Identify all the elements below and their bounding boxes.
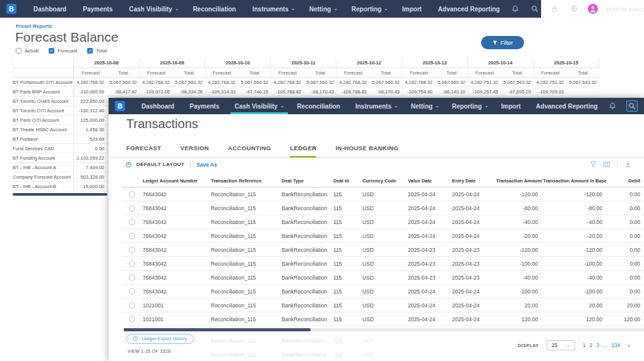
app-logo[interactable]: B bbox=[115, 101, 125, 111]
tab[interactable]: ACCOUNTING bbox=[228, 141, 271, 158]
bell-icon[interactable] bbox=[607, 100, 618, 112]
cell-entry-date: 2025-04-24 bbox=[452, 205, 496, 211]
cell-ledger-account: 1021001 bbox=[143, 316, 211, 323]
columns-icon[interactable] bbox=[603, 161, 610, 168]
tab[interactable]: IN-HOUSE BANKING bbox=[335, 141, 398, 158]
nav-menu-item[interactable]: Instruments ⌄ bbox=[246, 0, 302, 18]
table-row[interactable]: 76843042 Reconciliation_115 BankReconcil… bbox=[121, 243, 644, 257]
row-radio-button[interactable] bbox=[129, 261, 135, 267]
column-header[interactable]: Value Date bbox=[408, 178, 452, 184]
row-radio-button[interactable] bbox=[129, 191, 135, 198]
nav-menu-item[interactable]: Dashboard bbox=[27, 0, 76, 18]
nav-menu-item[interactable]: Import bbox=[495, 98, 530, 114]
display-label: DISPLAY bbox=[518, 343, 539, 348]
table-row[interactable]: 76843042 Reconciliation_115 BankReconcil… bbox=[121, 229, 644, 243]
row-radio-button[interactable] bbox=[129, 275, 135, 281]
gear-icon[interactable] bbox=[568, 3, 580, 15]
cell-deal-type: BankReconciliation bbox=[282, 302, 333, 309]
download-icon[interactable] bbox=[624, 161, 631, 168]
save-as-link[interactable]: Save As bbox=[196, 162, 217, 168]
nav-menu-item[interactable]: Cash Visibility ⌄ bbox=[122, 0, 186, 18]
tab[interactable]: FORECAST bbox=[126, 141, 161, 158]
row-radio-button[interactable] bbox=[129, 205, 135, 211]
tab[interactable]: VERSION bbox=[180, 141, 209, 158]
cell-value-date: 2025-04-24 bbox=[408, 288, 452, 295]
row-radio-button[interactable] bbox=[129, 233, 135, 239]
row-radio-button[interactable] bbox=[129, 316, 135, 323]
horizontal-scrollbar-thumb[interactable] bbox=[13, 193, 107, 196]
balance-value: -98,170.43 bbox=[369, 87, 402, 96]
nav-menu-item[interactable]: Payments bbox=[76, 0, 122, 18]
column-header[interactable]: Ledger Account Number bbox=[143, 178, 211, 184]
transactions-window: B Dashboard Payments Cash Visibility ⌄ R… bbox=[109, 98, 644, 361]
table-row[interactable]: 76843042 Reconciliation_115 BankReconcil… bbox=[121, 257, 644, 271]
page-number[interactable]: 2 bbox=[590, 342, 593, 348]
column-header[interactable]: Deal Id bbox=[333, 178, 362, 184]
nav-menu-item[interactable]: Advanced Reporting bbox=[530, 98, 607, 114]
nav-menu-item[interactable]: Netting ⌄ bbox=[405, 98, 446, 114]
balance-value: 5,067,560.32 bbox=[435, 78, 468, 86]
column-header[interactable]: Transaction Amount bbox=[496, 178, 543, 184]
subcolumn-header: Total bbox=[238, 68, 271, 77]
balance-value: 5,067,560.32 bbox=[304, 78, 337, 86]
subcolumn-header: Forecast bbox=[271, 68, 304, 77]
page-size-value: 25 bbox=[552, 342, 558, 348]
nav-menu-item[interactable]: Reconciliation bbox=[186, 0, 245, 18]
search-icon[interactable] bbox=[626, 100, 638, 112]
filter-icon[interactable] bbox=[590, 161, 597, 168]
forecast-checkbox[interactable]: ✓ Forecast bbox=[49, 48, 77, 54]
table-row[interactable]: 76843042 Reconciliation_115 BankReconcil… bbox=[121, 215, 644, 229]
column-header[interactable]: Entry Date bbox=[452, 178, 496, 184]
filter-button[interactable]: Filter bbox=[481, 36, 524, 49]
column-header[interactable]: Transaction Reference bbox=[211, 178, 282, 184]
nav-menu-item[interactable]: Dashboard bbox=[135, 98, 183, 114]
row-radio-button[interactable] bbox=[129, 288, 135, 295]
column-header[interactable]: Deal Type bbox=[282, 178, 333, 184]
horizontal-scrollbar-thumb[interactable] bbox=[124, 328, 311, 331]
table-row[interactable]: 1021001 Reconciliation_115 BankReconcili… bbox=[121, 312, 644, 326]
nav-menu-item[interactable]: Reconciliation bbox=[290, 98, 349, 114]
search-icon[interactable] bbox=[529, 3, 540, 15]
user-email[interactable]: LYDON.SACOFF@BOTTOM... bbox=[606, 6, 644, 13]
balance-value: 4,282,768.32 bbox=[402, 78, 435, 86]
table-row[interactable]: 1021001 Reconciliation_115 BankReconcili… bbox=[121, 299, 644, 312]
layout-selector[interactable]: DEFAULT LAYOUT | Save As bbox=[126, 161, 217, 168]
ledger-export-history-button[interactable]: Ledger Export History bbox=[126, 334, 194, 344]
nav-menu-item[interactable]: Reporting ⌄ bbox=[345, 0, 395, 18]
user-avatar[interactable] bbox=[588, 4, 598, 14]
nav-menu-item[interactable]: Advanced Reporting bbox=[431, 0, 510, 18]
row-radio-button[interactable] bbox=[129, 302, 135, 309]
row-radio-button[interactable] bbox=[129, 247, 135, 253]
nav-menu-item[interactable]: Instruments ⌄ bbox=[349, 98, 405, 114]
table-row[interactable]: 76843042 Reconciliation_115 BankReconcil… bbox=[121, 285, 644, 299]
cell-ledger-account: 1021001 bbox=[143, 302, 211, 309]
app-logo[interactable]: B bbox=[6, 4, 16, 14]
total-checkbox[interactable]: ✓ Total bbox=[87, 48, 107, 54]
page-number[interactable]: ... bbox=[603, 342, 607, 348]
account-name: BT Paris BNP Account bbox=[13, 87, 74, 96]
table-row[interactable]: 76843042 Reconciliation_115 BankReconcil… bbox=[121, 201, 644, 215]
nav-menu-item[interactable]: Payments bbox=[183, 98, 228, 114]
table-row[interactable]: 76843042 Reconciliation_115 BankReconcil… bbox=[121, 271, 644, 285]
bell-icon[interactable] bbox=[510, 3, 521, 15]
breadcrumb[interactable]: Preset Reports bbox=[16, 23, 52, 29]
page-number[interactable]: 1 bbox=[583, 342, 586, 348]
page-number[interactable]: 134 bbox=[611, 342, 620, 348]
column-header[interactable]: Debit bbox=[611, 178, 643, 184]
lock-icon[interactable] bbox=[549, 3, 560, 15]
nav-menu-item[interactable]: Import bbox=[395, 0, 431, 18]
page-number[interactable]: 3 bbox=[596, 342, 599, 348]
table-row[interactable]: 76843042 Reconciliation_115 BankReconcil… bbox=[121, 187, 644, 201]
next-page-icon[interactable]: › bbox=[628, 342, 630, 349]
column-header[interactable]: Currency Code bbox=[362, 178, 408, 184]
nav-menu-item[interactable]: Cash Visibility ⌄ bbox=[228, 98, 290, 114]
tab[interactable]: LEDGER bbox=[290, 141, 316, 158]
cell-deal-id: 115 bbox=[333, 275, 362, 281]
row-radio-button[interactable] bbox=[129, 219, 135, 225]
page-size-dropdown[interactable]: 25 ⌄ bbox=[547, 340, 575, 350]
column-header[interactable]: Transaction Amount In Base bbox=[543, 178, 611, 184]
horizontal-scrollbar[interactable] bbox=[122, 328, 644, 331]
actual-checkbox[interactable]: Actual bbox=[16, 48, 39, 54]
nav-menu-item[interactable]: Netting ⌄ bbox=[302, 0, 345, 18]
nav-menu-item[interactable]: Reporting ⌄ bbox=[446, 98, 495, 114]
